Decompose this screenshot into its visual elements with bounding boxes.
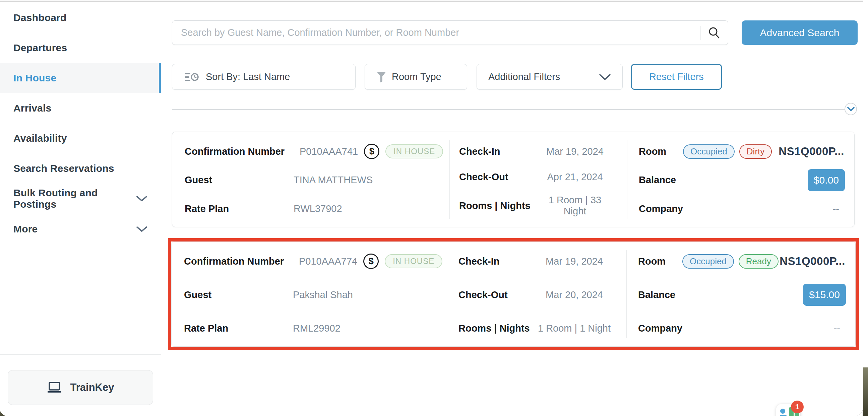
company-value: -- (833, 203, 839, 214)
results-divider (172, 109, 849, 110)
room-type-filter[interactable]: Room Type (365, 64, 467, 90)
advanced-search-button[interactable]: Advanced Search (742, 21, 858, 45)
check-out-value: Mar 20, 2024 (535, 289, 613, 300)
rooms-nights-label: Rooms | Nights (459, 323, 535, 334)
chevron-down-icon (847, 107, 855, 111)
desktop-background-strip (863, 367, 868, 416)
sort-icon (184, 71, 199, 83)
sidebar-item-label: More (13, 223, 37, 235)
balance-button[interactable]: $0.00 (808, 169, 845, 191)
rate-plan-value: RWL37902 (293, 203, 342, 214)
reset-filters-button[interactable]: Reset Filters (631, 64, 722, 90)
additional-filters-label: Additional Filters (488, 71, 560, 83)
sidebar-item-departures[interactable]: Departures (0, 33, 161, 63)
window-top-edge (0, 0, 863, 2)
rooms-nights-value: 1 Room | 33 Night (536, 195, 614, 217)
confirmation-number-value: P010AAA741 (300, 146, 358, 157)
check-in-label: Check-In (459, 146, 536, 157)
ready-pill: Ready (739, 254, 778, 268)
room-label: Room (639, 146, 676, 157)
additional-filters-dropdown[interactable]: Additional Filters (476, 64, 623, 90)
check-in-value: Mar 19, 2024 (535, 256, 613, 267)
reservation-card[interactable]: Confirmation Number P010AAA741 $ IN HOUS… (172, 132, 855, 227)
search-input[interactable] (181, 27, 693, 38)
trainkey-button[interactable]: TrainKey (8, 370, 153, 405)
sidebar-item-bulk-routing[interactable]: Bulk Routing and Postings (0, 184, 161, 214)
laptop-icon (47, 382, 62, 393)
rate-plan-label: Rate Plan (184, 323, 293, 334)
notification-badge: 1 (791, 401, 804, 413)
company-label: Company (638, 323, 676, 334)
guest-label: Guest (185, 174, 293, 186)
search-separator (700, 26, 701, 40)
card-guest-column: Confirmation Number P010AAA774 $ IN HOUS… (172, 242, 449, 346)
widget-logo-shape (780, 409, 785, 414)
sidebar-item-label: Departures (13, 42, 67, 54)
reservation-card-highlighted[interactable]: Confirmation Number P010AAA774 $ IN HOUS… (171, 242, 856, 347)
collapse-toggle-button[interactable] (844, 103, 857, 115)
room-number-value: NS1Q000P... (779, 255, 845, 267)
guest-value: TINA MATTHEWS (293, 174, 373, 186)
confirmation-number-label: Confirmation Number (185, 146, 293, 157)
chevron-down-icon (599, 73, 611, 81)
balance-label: Balance (638, 289, 676, 300)
sidebar-item-label: Bulk Routing and Postings (13, 187, 136, 210)
balance-button[interactable]: $15.00 (803, 284, 846, 306)
confirmation-number-label: Confirmation Number (184, 256, 293, 267)
card-guest-column: Confirmation Number P010AAA741 $ IN HOUS… (172, 132, 450, 227)
sort-by-label: Sort By: Last Name (206, 71, 290, 83)
sort-by-dropdown[interactable]: Sort By: Last Name (172, 64, 355, 90)
room-status-pills: Occupied Ready (682, 254, 778, 268)
card-room-column: Room Occupied Dirty NS1Q000P... Balance … (627, 132, 854, 227)
status-badge: IN HOUSE (385, 145, 443, 158)
folio-dollar-icon[interactable]: $ (363, 254, 379, 269)
room-type-label: Room Type (392, 71, 441, 83)
room-number-value: NS1Q000P... (778, 145, 844, 158)
company-label: Company (639, 203, 676, 214)
sidebar-item-label: Dashboard (13, 12, 67, 24)
sidebar-item-more[interactable]: More (0, 214, 161, 244)
status-badge: IN HOUSE (385, 254, 442, 268)
trainkey-label: TrainKey (70, 382, 114, 393)
card-dates-column: Check-In Mar 19, 2024 Check-Out Mar 20, … (449, 242, 626, 346)
sidebar-item-label: In House (13, 72, 56, 84)
selection-highlight-frame: Confirmation Number P010AAA774 $ IN HOUS… (168, 238, 859, 350)
sidebar-item-availability[interactable]: Availability (0, 123, 161, 153)
sidebar-item-label: Search Reservations (13, 163, 114, 174)
check-out-label: Check-Out (459, 289, 535, 300)
search-icon[interactable] (707, 26, 721, 40)
balance-label: Balance (639, 174, 676, 186)
room-label: Room (638, 256, 676, 267)
folio-dollar-icon[interactable]: $ (364, 144, 379, 159)
rooms-nights-label: Rooms | Nights (459, 200, 536, 211)
rate-plan-label: Rate Plan (185, 203, 293, 214)
card-room-column: Room Occupied Ready NS1Q000P... Balance … (626, 242, 855, 346)
search-bar (172, 21, 728, 45)
chat-widget-icon[interactable]: 1 (776, 404, 800, 416)
check-in-value: Mar 19, 2024 (536, 146, 614, 157)
sidebar-footer: TrainKey (0, 354, 161, 416)
guest-label: Guest (184, 289, 293, 300)
sidebar-item-in-house[interactable]: In House (0, 63, 161, 93)
check-out-value: Apr 21, 2024 (536, 171, 614, 183)
guest-value: Pakshal Shah (293, 289, 353, 300)
main-content: Advanced Search Sort By: Last Name Room … (161, 3, 863, 416)
sidebar-item-arrivals[interactable]: Arrivals (0, 93, 161, 123)
rate-plan-value: RML29902 (293, 323, 341, 334)
sidebar: Dashboard Departures In House Arrivals A… (0, 3, 161, 416)
occupied-pill: Occupied (683, 145, 735, 159)
sidebar-item-search-reservations[interactable]: Search Reservations (0, 153, 161, 184)
chevron-down-icon (136, 226, 148, 232)
chevron-down-icon (136, 195, 148, 202)
sidebar-item-label: Availability (13, 133, 67, 144)
check-out-label: Check-Out (459, 171, 536, 183)
sidebar-item-label: Arrivals (13, 102, 51, 114)
room-status-pills: Occupied Dirty (683, 145, 772, 159)
occupied-pill: Occupied (682, 254, 734, 268)
company-value: -- (834, 323, 840, 334)
confirmation-number-value: P010AAA774 (299, 256, 357, 267)
card-dates-column: Check-In Mar 19, 2024 Check-Out Apr 21, … (450, 132, 627, 227)
rooms-nights-value: 1 Room | 1 Night (535, 323, 613, 334)
check-in-label: Check-In (459, 256, 535, 267)
sidebar-item-dashboard[interactable]: Dashboard (0, 3, 161, 33)
